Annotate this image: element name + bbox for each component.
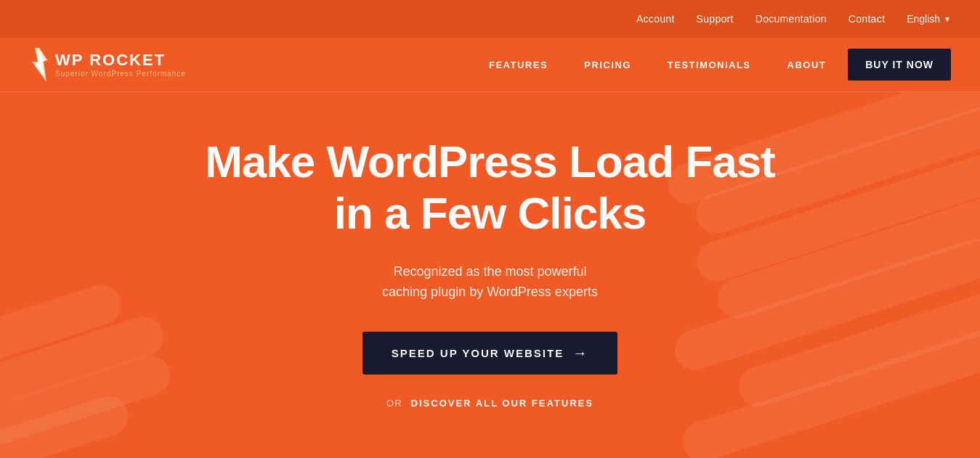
speed-up-button[interactable]: SPEED UP YOUR WEBSITE → [363, 332, 617, 375]
or-text: OR [386, 398, 402, 409]
logo-subtitle: Superior WordPress Performance [55, 70, 186, 78]
hero-subtitle-line1: Recognized as the most powerful [393, 264, 586, 279]
hero-title: Make WordPress Load Fast in a Few Clicks [200, 136, 781, 240]
language-label: English [907, 13, 940, 25]
top-bar: Account Support Documentation Contact En… [0, 0, 980, 38]
or-line: OR DISCOVER ALL OUR FEATURES [200, 398, 781, 409]
contact-link[interactable]: Contact [849, 13, 885, 25]
nav-about[interactable]: ABOUT [787, 60, 827, 70]
hero-section: Make WordPress Load Fast in a Few Clicks… [0, 92, 980, 458]
nav-links: FEATURES PRICING TESTIMONIALS ABOUT [489, 60, 826, 70]
language-selector[interactable]: English ▼ [907, 13, 951, 25]
hero-content: Make WordPress Load Fast in a Few Clicks… [200, 136, 781, 409]
logo-text: WP ROCKET Superior WordPress Performance [55, 52, 186, 77]
arrow-right-icon: → [572, 345, 588, 361]
hero-subtitle-line2: caching plugin by WordPress experts [382, 285, 598, 299]
logo[interactable]: WP ROCKET Superior WordPress Performance [29, 46, 186, 83]
main-navigation: WP ROCKET Superior WordPress Performance… [0, 38, 980, 92]
nav-pricing[interactable]: PRICING [584, 60, 631, 70]
chevron-down-icon: ▼ [944, 15, 951, 23]
buy-now-button[interactable]: BUY IT NOW [848, 49, 951, 81]
nav-testimonials[interactable]: TESTIMONIALS [668, 60, 751, 70]
account-link[interactable]: Account [636, 13, 675, 25]
nav-features[interactable]: FEATURES [489, 60, 548, 70]
hero-subtitle: Recognized as the most powerful caching … [200, 261, 781, 303]
logo-icon [29, 46, 49, 83]
support-link[interactable]: Support [697, 13, 734, 25]
documentation-link[interactable]: Documentation [756, 13, 827, 25]
logo-title: WP ROCKET [55, 52, 186, 69]
cta-label: SPEED UP YOUR WEBSITE [392, 347, 564, 359]
discover-features-link[interactable]: DISCOVER ALL OUR FEATURES [411, 398, 594, 409]
